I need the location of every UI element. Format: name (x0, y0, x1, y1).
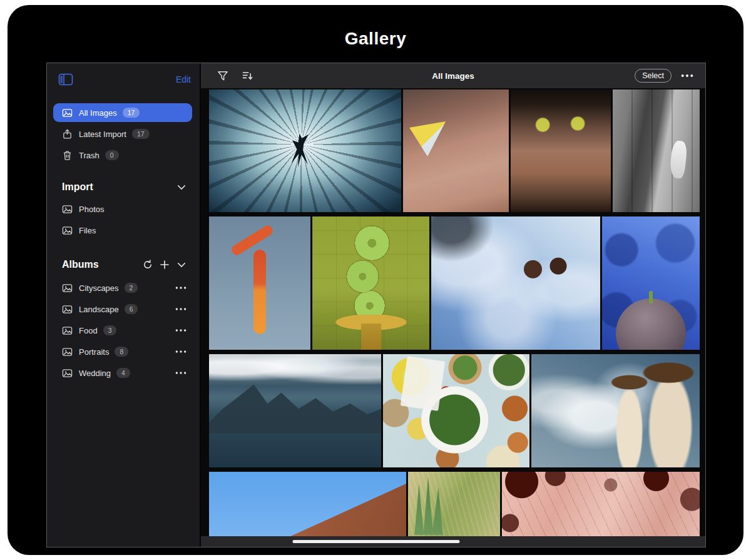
count-badge: 6 (125, 304, 138, 314)
count-badge: 0 (105, 150, 119, 160)
photo-agave-grass[interactable] (408, 472, 500, 537)
ellipsis-icon[interactable] (175, 283, 187, 292)
photo-portrait-hands[interactable] (511, 89, 611, 212)
image-icon (62, 204, 73, 215)
sidebar-item-label: All Images (79, 108, 117, 118)
album-label: Cityscapes (79, 283, 119, 293)
album-row-portraits[interactable]: Portraits 8 (53, 341, 192, 362)
sidebar-item-label: Files (79, 226, 96, 235)
app-window: Edit All Images 17 Latest Import 17 (46, 63, 706, 547)
image-icon (62, 304, 73, 315)
album-label: Wedding (79, 369, 111, 378)
sidebar-item-photos[interactable]: Photos (53, 200, 192, 218)
image-icon (62, 225, 73, 236)
main-content: All Images Select (201, 63, 705, 547)
photo-orange-dancer[interactable] (209, 216, 310, 350)
photo-women-sun-hats[interactable] (531, 354, 700, 467)
image-icon (62, 368, 73, 379)
album-row-wedding[interactable]: Wedding 4 (53, 362, 192, 384)
count-badge: 2 (125, 283, 138, 293)
count-badge: 17 (132, 129, 150, 139)
ellipsis-icon[interactable] (680, 71, 694, 80)
albums-section-header: Albums (47, 257, 200, 272)
sidebar-item-label: Latest Import (79, 130, 126, 139)
ellipsis-icon[interactable] (175, 347, 187, 356)
album-label: Landscape (79, 305, 119, 314)
share-icon (62, 129, 73, 140)
sort-icon[interactable] (242, 69, 254, 82)
photo-bride-architecture[interactable] (613, 89, 700, 212)
image-icon (62, 108, 73, 118)
home-indicator[interactable] (293, 540, 460, 543)
toolbar-title: All Images (201, 71, 705, 81)
photo-food-table[interactable] (383, 354, 529, 467)
device-frame: Gallery Edit All Images 17 (8, 5, 743, 555)
filter-icon[interactable] (217, 69, 229, 82)
album-row-food[interactable]: Food 3 (53, 320, 192, 341)
album-label: Food (79, 326, 98, 335)
photo-grid (209, 89, 698, 531)
photo-blue-fabric-people[interactable] (431, 216, 600, 350)
sidebar-item-latest-import[interactable]: Latest Import 17 (53, 125, 192, 143)
image-icon (62, 283, 73, 293)
photo-pink-terrain[interactable] (502, 472, 700, 537)
import-section-header: Import (47, 180, 200, 195)
plus-icon[interactable] (159, 259, 170, 270)
trash-icon (62, 150, 73, 161)
sidebar-item-files[interactable]: Files (53, 221, 192, 240)
sidebar-item-trash[interactable]: Trash 0 (53, 146, 192, 165)
album-row-landscape[interactable]: Landscape 6 (53, 298, 192, 320)
image-icon (62, 347, 73, 357)
library-list: All Images 17 Latest Import 17 Trash 0 (47, 103, 200, 165)
count-badge: 3 (103, 325, 117, 335)
sidebar-item-all-images[interactable]: All Images 17 (53, 103, 192, 122)
section-title: Import (62, 181, 176, 193)
toolbar: All Images Select (201, 63, 705, 88)
ellipsis-icon[interactable] (175, 305, 187, 313)
photo-mountain-peninsula[interactable] (209, 354, 381, 467)
photo-fig-blue[interactable] (602, 216, 700, 350)
photo-sky-roof[interactable] (209, 472, 406, 537)
chevron-down-icon[interactable] (176, 181, 187, 193)
photo-forest-canopy[interactable] (209, 89, 401, 212)
refresh-icon[interactable] (142, 259, 153, 270)
sidebar-item-label: Trash (79, 151, 100, 160)
image-icon (62, 325, 73, 336)
import-section: Import Photos (47, 180, 200, 240)
page-title: Gallery (8, 29, 743, 49)
ellipsis-icon[interactable] (175, 326, 187, 335)
select-button[interactable]: Select (635, 69, 672, 83)
album-row-cityscapes[interactable]: Cityscapes 2 (53, 277, 192, 298)
photo-green-donuts[interactable] (312, 216, 429, 350)
sidebar-item-label: Photos (79, 205, 104, 214)
album-label: Portraits (79, 347, 109, 357)
sidebar-header: Edit (58, 72, 191, 87)
ellipsis-icon[interactable] (175, 369, 187, 377)
count-badge: 4 (116, 368, 130, 378)
albums-section: Albums Cityscap (47, 257, 200, 384)
count-badge: 17 (123, 108, 140, 118)
edit-button[interactable]: Edit (176, 74, 191, 84)
count-badge: 8 (115, 347, 128, 357)
section-title: Albums (62, 259, 142, 270)
sidebar-toggle-icon[interactable] (58, 73, 73, 86)
chevron-down-icon[interactable] (176, 259, 187, 270)
sidebar: Edit All Images 17 Latest Import 17 (47, 63, 201, 547)
photo-yellow-makeup-face[interactable] (403, 89, 509, 212)
